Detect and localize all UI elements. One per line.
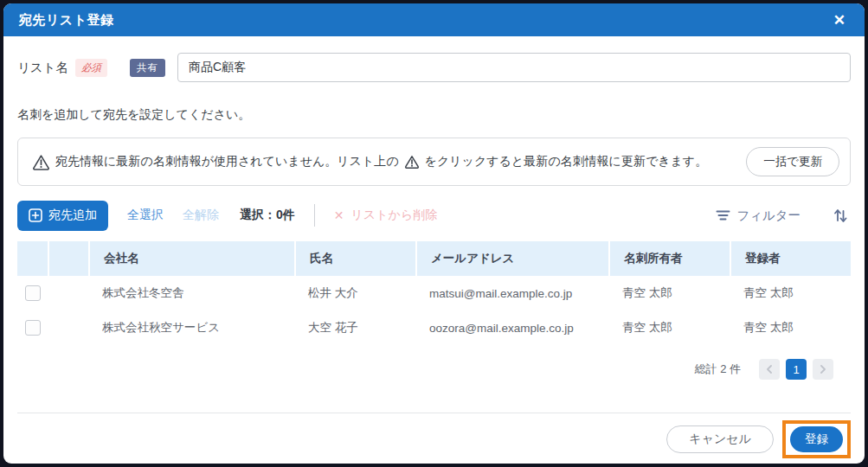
cell-card-owner: 青空 太郎 [608, 276, 730, 310]
highlight-annotation: 登録 [782, 420, 851, 458]
dialog-footer: キャンセル 登録 [17, 413, 851, 464]
header-checkbox-column [17, 241, 48, 276]
cell-registrant: 青空 太郎 [730, 310, 851, 345]
row-warning-cell [48, 310, 88, 345]
filter-button[interactable]: フィルター [712, 206, 804, 226]
cell-name: 松井 大介 [294, 276, 415, 310]
toolbar-divider [314, 204, 315, 227]
deselect-all-link[interactable]: 全解除 [183, 208, 219, 223]
remove-from-list-button[interactable]: ✕ リストから削除 [334, 208, 437, 223]
remove-from-list-label: リストから削除 [351, 208, 438, 223]
header-name: 氏名 [294, 241, 415, 276]
cell-name: 大空 花子 [294, 310, 415, 345]
row-checkbox[interactable] [25, 320, 41, 336]
cell-company: 株式会社冬空舎 [88, 276, 294, 310]
recipient-table: 会社名 氏名 メールアドレス 名刺所有者 登録者 株式会社冬空舎 松井 大介 m… [17, 241, 851, 345]
dialog-body: リスト名 必須 共有 名刺を追加して宛先を設定してください。 宛先情報に最新の名… [3, 52, 865, 380]
add-recipient-button[interactable]: 宛先追加 [17, 201, 108, 231]
toolbar-right-group: フィルター [712, 206, 851, 226]
chevron-right-icon [820, 365, 826, 374]
list-name-label: リスト名 [17, 60, 68, 76]
instruction-text: 名刺を追加して宛先を設定してください。 [17, 107, 851, 123]
add-recipient-label: 宛先追加 [48, 208, 97, 223]
shared-badge: 共有 [130, 59, 165, 77]
cell-email: oozora@mail.example.co.jp [415, 310, 608, 345]
filter-icon [716, 209, 730, 221]
list-name-input[interactable] [177, 53, 851, 82]
warning-text-after: をクリックすると最新の名刺情報に更新できます。 [425, 154, 708, 170]
sort-arrows-icon [833, 208, 847, 223]
header-email: メールアドレス [415, 241, 608, 276]
warning-banner: 宛先情報に最新の名刺情報が使用されていません。リスト上の をクリックすると最新の… [17, 138, 851, 186]
header-warning-column [48, 241, 88, 276]
selection-count: 選択：0件 [240, 208, 295, 223]
filter-label: フィルター [736, 208, 800, 224]
close-icon: ✕ [833, 12, 845, 29]
table-row[interactable]: 株式会社冬空舎 松井 大介 matsui@mail.example.co.jp … [17, 276, 851, 310]
prev-page-button[interactable] [759, 359, 780, 380]
warning-message: 宛先情報に最新の名刺情報が使用されていません。リスト上の をクリックすると最新の… [32, 154, 746, 170]
sort-button[interactable] [830, 207, 851, 225]
cell-email: matsui@mail.example.co.jp [415, 276, 608, 310]
row-checkbox[interactable] [25, 285, 41, 301]
list-name-row: リスト名 必須 共有 [17, 52, 851, 83]
current-page-button[interactable]: 1 [786, 359, 807, 380]
header-registrant: 登録者 [730, 241, 851, 276]
pagination: 総計 2 件 1 [17, 359, 851, 380]
recipient-list-register-dialog: 宛先リスト登録 ✕ リスト名 必須 共有 名刺を追加して宛先を設定してください。… [3, 3, 865, 464]
table-header-row: 会社名 氏名 メールアドレス 名刺所有者 登録者 [17, 241, 851, 276]
remove-x-icon: ✕ [334, 208, 344, 222]
required-badge: 必須 [75, 59, 107, 77]
next-page-button[interactable] [813, 359, 833, 380]
warning-icon [32, 154, 50, 170]
row-warning-cell [48, 276, 88, 310]
warning-text-before: 宛先情報に最新の名刺情報が使用されていません。リスト上の [55, 154, 399, 170]
plus-square-icon [29, 208, 42, 222]
dialog-title: 宛先リスト登録 [19, 12, 114, 29]
table-row[interactable]: 株式会社秋空サービス 大空 花子 oozora@mail.example.co.… [17, 310, 851, 345]
cell-card-owner: 青空 太郎 [608, 310, 730, 345]
cell-registrant: 青空 太郎 [730, 276, 851, 310]
close-button[interactable]: ✕ [830, 11, 849, 29]
header-company: 会社名 [88, 241, 294, 276]
submit-button[interactable]: 登録 [790, 426, 843, 452]
select-all-link[interactable]: 全選択 [127, 208, 164, 223]
header-card-owner: 名刺所有者 [608, 241, 730, 276]
total-count: 総計 2 件 [695, 361, 741, 377]
list-toolbar: 宛先追加 全選択 全解除 選択：0件 ✕ リストから削除 フィルター [17, 200, 851, 231]
cancel-button[interactable]: キャンセル [666, 425, 774, 453]
cell-company: 株式会社秋空サービス [88, 310, 294, 345]
inline-warning-icon [404, 155, 420, 169]
dialog-header: 宛先リスト登録 ✕ [3, 3, 865, 36]
chevron-left-icon [766, 365, 773, 374]
bulk-update-button[interactable]: 一括で更新 [746, 147, 839, 176]
